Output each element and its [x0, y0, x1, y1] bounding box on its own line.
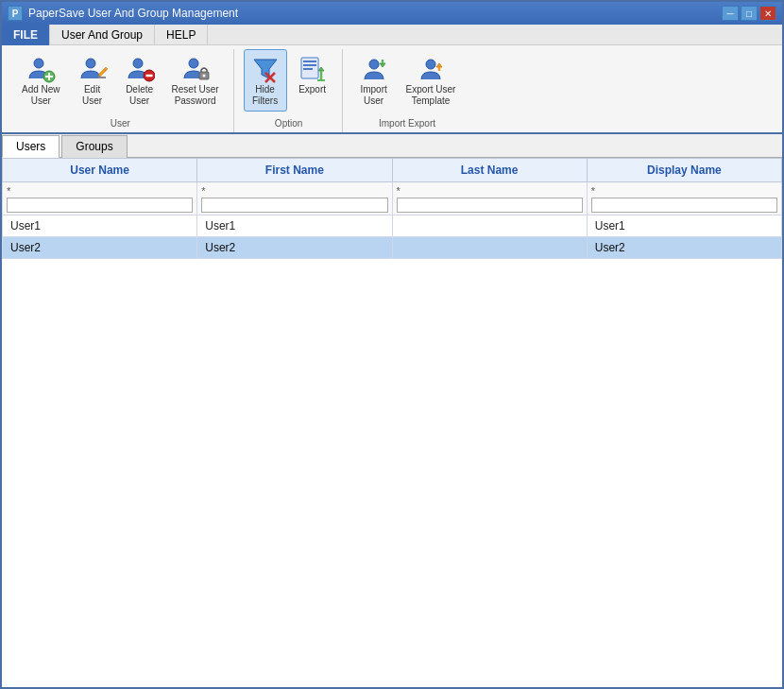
reset-password-label: Reset UserPassword	[172, 84, 219, 107]
window-title: PaperSave User And Group Management	[28, 7, 238, 20]
svg-marker-26	[436, 63, 442, 67]
users-table: User Name First Name Last Name Display N…	[2, 158, 782, 259]
import-user-button[interactable]: ImportUser	[352, 49, 396, 112]
svg-rect-16	[303, 60, 316, 62]
filter-lastname-cell: *	[392, 182, 587, 215]
filter-username-cell: *	[3, 182, 197, 215]
export-label: Export	[298, 84, 326, 95]
menu-tab-user-and-group[interactable]: User And Group	[50, 25, 155, 45]
tab-users[interactable]: Users	[2, 135, 60, 158]
cell-lastname	[392, 237, 587, 259]
svg-point-25	[426, 60, 435, 69]
export-user-template-button[interactable]: Export UserTemplate	[400, 49, 463, 112]
filter-displayname-input[interactable]	[591, 198, 777, 213]
ribbon-group-import-export: ImportUser Export UserTemplate	[345, 49, 470, 132]
title-bar-left: P PaperSave User And Group Management	[8, 6, 238, 21]
add-new-user-button[interactable]: Add NewUser	[15, 49, 67, 112]
main-content: User Name First Name Last Name Display N…	[2, 158, 782, 687]
tab-groups[interactable]: Groups	[61, 135, 127, 158]
cell-displayname: User2	[587, 237, 781, 259]
delete-user-label: DeleteUser	[126, 84, 153, 107]
cell-username: User1	[3, 215, 197, 237]
import-user-label: ImportUser	[360, 84, 386, 107]
ribbon-group-option: HideFilters	[236, 49, 343, 132]
import-user-icon	[359, 54, 389, 84]
main-window: P PaperSave User And Group Management ─ …	[0, 0, 784, 689]
svg-rect-18	[303, 68, 313, 70]
table-row[interactable]: User1User1User1	[3, 215, 782, 237]
reset-password-icon	[180, 54, 211, 84]
cell-username: User2	[3, 237, 197, 259]
menu-tab-file[interactable]: FILE	[2, 25, 50, 45]
cell-firstname: User2	[197, 237, 392, 259]
svg-point-22	[369, 60, 379, 69]
svg-point-11	[202, 75, 205, 78]
maximize-button[interactable]: □	[741, 6, 758, 21]
col-header-firstname: First Name	[197, 159, 392, 182]
delete-user-icon	[125, 54, 155, 84]
filter-row: * * * *	[3, 182, 782, 215]
export-user-template-label: Export UserTemplate	[406, 84, 456, 107]
ribbon-group-user-label: User	[8, 116, 233, 129]
col-header-displayname: Display Name	[587, 159, 781, 182]
cell-lastname	[392, 215, 587, 237]
reset-password-button[interactable]: Reset UserPassword	[165, 49, 226, 112]
ribbon-group-user: Add NewUser Ed	[8, 49, 234, 132]
close-button[interactable]: ✕	[759, 6, 776, 21]
cell-firstname: User1	[197, 215, 392, 237]
table-row[interactable]: User2User2User2	[3, 237, 782, 259]
window-controls: ─ □ ✕	[722, 6, 776, 21]
ribbon-group-option-label: Option	[236, 116, 342, 129]
svg-point-4	[86, 59, 95, 68]
hide-filters-button[interactable]: HideFilters	[244, 49, 287, 112]
ribbon: Add NewUser Ed	[2, 45, 782, 134]
export-icon	[298, 54, 328, 84]
export-button[interactable]: Export	[291, 49, 334, 112]
edit-user-label: EditUser	[82, 84, 102, 107]
svg-rect-17	[303, 64, 316, 66]
menu-bar: FILE User And Group HELP	[2, 25, 782, 45]
delete-user-button[interactable]: DeleteUser	[118, 49, 162, 112]
filter-lastname-input[interactable]	[397, 198, 583, 213]
svg-marker-19	[318, 67, 324, 71]
cell-displayname: User1	[587, 215, 781, 237]
hide-filters-icon	[250, 54, 281, 84]
filter-username-input[interactable]	[7, 198, 193, 213]
export-template-icon	[416, 54, 446, 84]
add-user-icon	[26, 54, 56, 84]
svg-point-6	[133, 59, 143, 68]
svg-point-0	[34, 59, 43, 68]
add-new-user-label: Add NewUser	[22, 84, 60, 107]
filter-firstname-cell: *	[197, 182, 392, 215]
svg-point-9	[189, 59, 198, 68]
content-tabs: Users Groups	[2, 134, 782, 158]
svg-marker-23	[380, 63, 385, 67]
menu-tab-help[interactable]: HELP	[155, 25, 208, 45]
svg-rect-5	[98, 77, 106, 78]
col-header-lastname: Last Name	[392, 159, 587, 182]
edit-user-button[interactable]: EditUser	[71, 49, 114, 112]
filter-displayname-cell: *	[587, 182, 781, 215]
edit-user-icon	[77, 54, 108, 84]
minimize-button[interactable]: ─	[722, 6, 739, 21]
ribbon-group-import-export-label: Import Export	[345, 116, 470, 129]
hide-filters-label: HideFilters	[252, 84, 278, 107]
app-icon: P	[8, 6, 23, 21]
filter-firstname-input[interactable]	[201, 198, 387, 213]
col-header-username: User Name	[3, 159, 197, 182]
title-bar: P PaperSave User And Group Management ─ …	[2, 2, 782, 25]
